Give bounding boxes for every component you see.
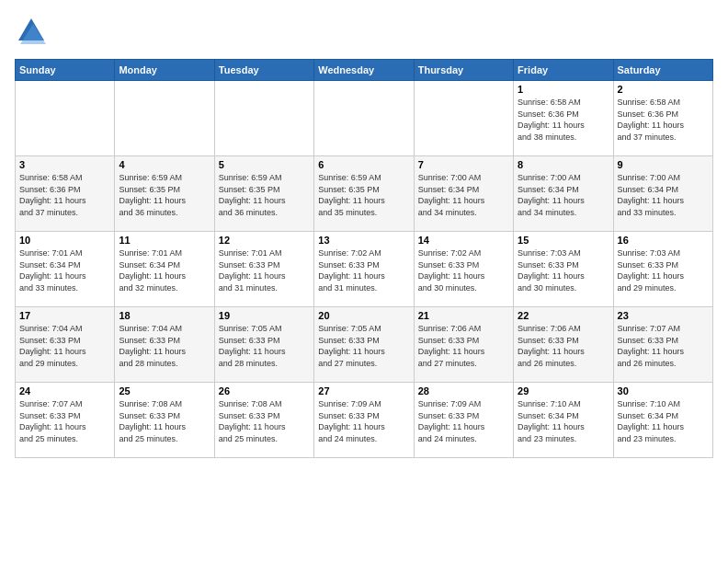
day-info: Sunrise: 6:58 AM Sunset: 6:36 PM Dayligh…	[518, 97, 609, 143]
calendar-cell: 20Sunrise: 7:05 AM Sunset: 6:33 PM Dayli…	[314, 307, 414, 383]
calendar-cell: 25Sunrise: 7:08 AM Sunset: 6:33 PM Dayli…	[115, 383, 214, 458]
calendar-table: SundayMondayTuesdayWednesdayThursdayFrid…	[15, 59, 713, 458]
calendar-cell: 12Sunrise: 7:01 AM Sunset: 6:33 PM Dayli…	[214, 232, 313, 307]
day-number: 28	[418, 385, 509, 396]
weekday-header-thursday: Thursday	[414, 60, 513, 81]
day-info: Sunrise: 7:04 AM Sunset: 6:33 PM Dayligh…	[19, 323, 110, 369]
day-number: 8	[518, 159, 609, 170]
day-number: 3	[19, 159, 110, 170]
calendar-cell: 18Sunrise: 7:04 AM Sunset: 6:33 PM Dayli…	[115, 307, 214, 383]
logo-icon	[15, 15, 48, 48]
weekday-header-tuesday: Tuesday	[214, 60, 313, 81]
day-number: 7	[418, 159, 509, 170]
day-info: Sunrise: 7:03 AM Sunset: 6:33 PM Dayligh…	[618, 247, 709, 293]
day-info: Sunrise: 6:59 AM Sunset: 6:35 PM Dayligh…	[119, 172, 210, 218]
calendar-cell: 10Sunrise: 7:01 AM Sunset: 6:34 PM Dayli…	[16, 232, 115, 307]
day-info: Sunrise: 7:07 AM Sunset: 6:33 PM Dayligh…	[618, 323, 709, 369]
day-info: Sunrise: 7:00 AM Sunset: 6:34 PM Dayligh…	[518, 172, 609, 218]
day-number: 12	[219, 235, 310, 246]
calendar-cell: 9Sunrise: 7:00 AM Sunset: 6:34 PM Daylig…	[613, 156, 712, 232]
day-number: 25	[119, 385, 210, 396]
calendar-cell: 8Sunrise: 7:00 AM Sunset: 6:34 PM Daylig…	[514, 156, 613, 232]
calendar-body: 1Sunrise: 6:58 AM Sunset: 6:36 PM Daylig…	[16, 81, 713, 458]
weekday-header-sunday: Sunday	[16, 60, 115, 81]
calendar-cell: 23Sunrise: 7:07 AM Sunset: 6:33 PM Dayli…	[613, 307, 712, 383]
calendar-cell: 3Sunrise: 6:58 AM Sunset: 6:36 PM Daylig…	[16, 156, 115, 232]
day-number: 21	[418, 310, 509, 321]
day-number: 26	[219, 385, 310, 396]
day-number: 15	[518, 235, 609, 246]
calendar-cell: 16Sunrise: 7:03 AM Sunset: 6:33 PM Dayli…	[613, 232, 712, 307]
calendar-cell: 22Sunrise: 7:06 AM Sunset: 6:33 PM Dayli…	[514, 307, 613, 383]
day-info: Sunrise: 6:59 AM Sunset: 6:35 PM Dayligh…	[219, 172, 310, 218]
day-number: 9	[618, 159, 709, 170]
day-number: 16	[618, 235, 709, 246]
day-info: Sunrise: 7:07 AM Sunset: 6:33 PM Dayligh…	[19, 398, 110, 444]
calendar-cell: 27Sunrise: 7:09 AM Sunset: 6:33 PM Dayli…	[314, 383, 414, 458]
day-number: 14	[418, 235, 509, 246]
day-number: 18	[119, 310, 210, 321]
day-number: 24	[19, 385, 110, 396]
day-info: Sunrise: 7:05 AM Sunset: 6:33 PM Dayligh…	[318, 323, 409, 369]
calendar-cell: 7Sunrise: 7:00 AM Sunset: 6:34 PM Daylig…	[414, 156, 513, 232]
calendar-cell: 26Sunrise: 7:08 AM Sunset: 6:33 PM Dayli…	[214, 383, 313, 458]
weekday-header-row: SundayMondayTuesdayWednesdayThursdayFrid…	[16, 60, 713, 81]
day-number: 11	[119, 235, 210, 246]
day-number: 23	[618, 310, 709, 321]
day-number: 2	[618, 84, 709, 95]
day-number: 1	[518, 84, 609, 95]
day-info: Sunrise: 7:03 AM Sunset: 6:33 PM Dayligh…	[518, 247, 609, 293]
weekday-header-monday: Monday	[115, 60, 214, 81]
calendar-cell: 28Sunrise: 7:09 AM Sunset: 6:33 PM Dayli…	[414, 383, 513, 458]
calendar-cell: 24Sunrise: 7:07 AM Sunset: 6:33 PM Dayli…	[16, 383, 115, 458]
day-info: Sunrise: 7:05 AM Sunset: 6:33 PM Dayligh…	[219, 323, 310, 369]
day-info: Sunrise: 7:00 AM Sunset: 6:34 PM Dayligh…	[618, 172, 709, 218]
day-info: Sunrise: 7:01 AM Sunset: 6:34 PM Dayligh…	[119, 247, 210, 293]
day-number: 19	[219, 310, 310, 321]
day-info: Sunrise: 7:06 AM Sunset: 6:33 PM Dayligh…	[418, 323, 509, 369]
day-number: 17	[19, 310, 110, 321]
calendar-cell: 21Sunrise: 7:06 AM Sunset: 6:33 PM Dayli…	[414, 307, 513, 383]
day-number: 22	[518, 310, 609, 321]
day-number: 4	[119, 159, 210, 170]
day-info: Sunrise: 7:08 AM Sunset: 6:33 PM Dayligh…	[119, 398, 210, 444]
calendar-cell: 14Sunrise: 7:02 AM Sunset: 6:33 PM Dayli…	[414, 232, 513, 307]
day-info: Sunrise: 7:02 AM Sunset: 6:33 PM Dayligh…	[418, 247, 509, 293]
day-number: 6	[318, 159, 409, 170]
weekday-header-wednesday: Wednesday	[314, 60, 414, 81]
day-info: Sunrise: 6:59 AM Sunset: 6:35 PM Dayligh…	[318, 172, 409, 218]
calendar-cell: 4Sunrise: 6:59 AM Sunset: 6:35 PM Daylig…	[115, 156, 214, 232]
calendar-cell	[16, 81, 115, 156]
day-info: Sunrise: 7:01 AM Sunset: 6:33 PM Dayligh…	[219, 247, 310, 293]
day-number: 10	[19, 235, 110, 246]
day-number: 30	[618, 385, 709, 396]
calendar-week-4: 17Sunrise: 7:04 AM Sunset: 6:33 PM Dayli…	[16, 307, 713, 383]
day-number: 20	[318, 310, 409, 321]
calendar-cell	[214, 81, 313, 156]
calendar-cell	[414, 81, 513, 156]
day-info: Sunrise: 7:02 AM Sunset: 6:33 PM Dayligh…	[318, 247, 409, 293]
calendar-cell: 13Sunrise: 7:02 AM Sunset: 6:33 PM Dayli…	[314, 232, 414, 307]
day-info: Sunrise: 7:04 AM Sunset: 6:33 PM Dayligh…	[119, 323, 210, 369]
day-info: Sunrise: 7:10 AM Sunset: 6:34 PM Dayligh…	[518, 398, 609, 444]
calendar-week-5: 24Sunrise: 7:07 AM Sunset: 6:33 PM Dayli…	[16, 383, 713, 458]
page: SundayMondayTuesdayWednesdayThursdayFrid…	[0, 0, 728, 563]
calendar-week-2: 3Sunrise: 6:58 AM Sunset: 6:36 PM Daylig…	[16, 156, 713, 232]
day-info: Sunrise: 7:01 AM Sunset: 6:34 PM Dayligh…	[19, 247, 110, 293]
day-info: Sunrise: 6:58 AM Sunset: 6:36 PM Dayligh…	[618, 97, 709, 143]
day-number: 5	[219, 159, 310, 170]
day-info: Sunrise: 7:09 AM Sunset: 6:33 PM Dayligh…	[318, 398, 409, 444]
weekday-header-friday: Friday	[514, 60, 613, 81]
day-number: 29	[518, 385, 609, 396]
header	[15, 15, 713, 48]
calendar-header: SundayMondayTuesdayWednesdayThursdayFrid…	[16, 60, 713, 81]
day-info: Sunrise: 7:10 AM Sunset: 6:34 PM Dayligh…	[618, 398, 709, 444]
calendar-cell: 2Sunrise: 6:58 AM Sunset: 6:36 PM Daylig…	[613, 81, 712, 156]
calendar-cell	[115, 81, 214, 156]
logo	[15, 15, 51, 48]
calendar-cell: 15Sunrise: 7:03 AM Sunset: 6:33 PM Dayli…	[514, 232, 613, 307]
calendar-week-3: 10Sunrise: 7:01 AM Sunset: 6:34 PM Dayli…	[16, 232, 713, 307]
weekday-header-saturday: Saturday	[613, 60, 712, 81]
calendar-cell: 1Sunrise: 6:58 AM Sunset: 6:36 PM Daylig…	[514, 81, 613, 156]
day-info: Sunrise: 6:58 AM Sunset: 6:36 PM Dayligh…	[19, 172, 110, 218]
